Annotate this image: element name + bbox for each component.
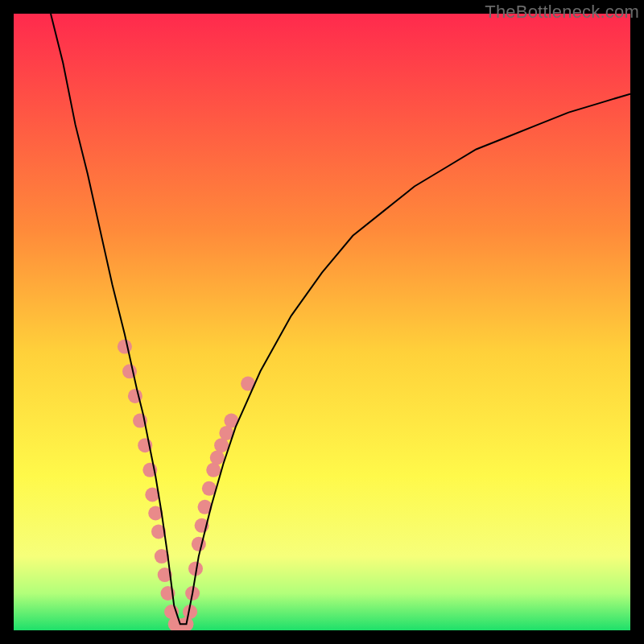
marker-point [214,438,229,452]
marker-point [118,340,132,354]
marker-point [206,463,221,477]
chart-frame [14,14,630,630]
gradient-background [14,14,630,630]
marker-point [210,451,225,465]
watermark-text: TheBottleneck.com [485,2,639,23]
chart-canvas [14,14,630,630]
